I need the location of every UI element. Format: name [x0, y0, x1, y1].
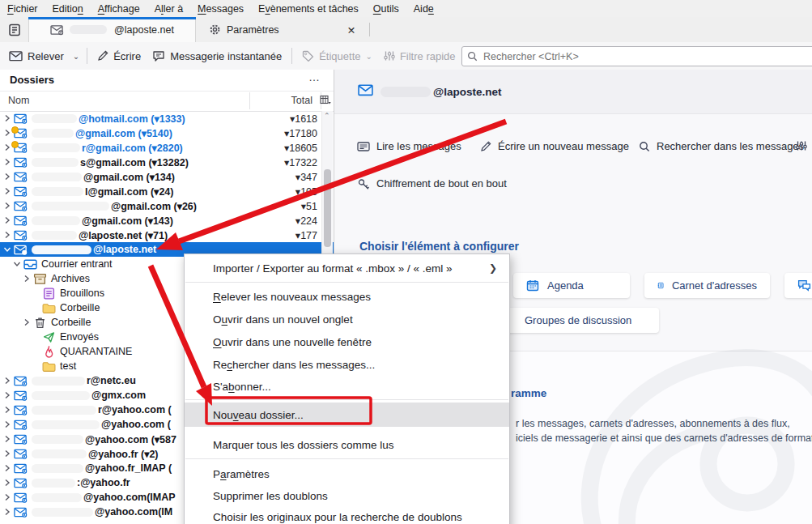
folder-label: Envoyés	[60, 331, 99, 343]
folder-row[interactable]: @gmail.com (▾134)▾347	[0, 169, 334, 184]
menu-item-mark-all-read[interactable]: Marquer tous les dossiers comme lus	[185, 433, 509, 456]
chevron-right-icon[interactable]	[2, 435, 11, 443]
menu-aide[interactable]: Aide	[406, 3, 441, 15]
tab-account-label: @laposte.net	[114, 24, 174, 36]
calendar-icon	[526, 279, 539, 292]
folder-row[interactable]: @gmail.com (▾5140)▾17180	[0, 126, 334, 140]
folder-pane-options-icon[interactable]: …	[308, 70, 321, 83]
menu-messages[interactable]: Messages	[190, 3, 251, 15]
chevron-right-icon[interactable]	[2, 173, 11, 181]
chevron-right-icon[interactable]	[2, 464, 11, 472]
chevron-right-icon[interactable]	[2, 129, 11, 137]
chevron-right-icon[interactable]	[2, 508, 11, 516]
folder-row[interactable]: @gmail.com (▾26)▾51	[0, 198, 334, 213]
chevron-right-icon[interactable]	[2, 377, 11, 385]
folder-total-count: ▾177	[295, 229, 317, 241]
menu-item-import-export[interactable]: Importer / Exporter au format « .mbox » …	[185, 257, 509, 279]
chevron-right-icon[interactable]	[22, 275, 31, 283]
folder-label: Corbeille	[51, 317, 91, 328]
chevron-down-icon[interactable]	[2, 245, 11, 253]
account-mail-icon	[50, 24, 64, 36]
folder-row[interactable]: l@gmail.com (▾24)▾105	[0, 184, 334, 198]
menu-outils[interactable]: Outils	[366, 3, 406, 15]
chevron-right-icon[interactable]	[2, 479, 11, 487]
chevron-right-icon[interactable]	[2, 158, 11, 166]
chevron-right-icon[interactable]	[22, 318, 31, 326]
chevron-right-icon[interactable]	[2, 216, 11, 224]
newsgroups-card[interactable]: Groupes de discussion	[499, 308, 659, 333]
folder-row[interactable]: @laposte.net (▾71)▾177	[0, 228, 334, 242]
tab-divider	[369, 23, 370, 36]
menu-evenements-taches[interactable]: Evènements et tâches	[251, 3, 366, 15]
folder-label: @laposte.net	[93, 244, 156, 255]
folder-label: @gmail.com (▾143)	[82, 215, 173, 227]
menu-fichier[interactable]: Fichier	[0, 3, 45, 15]
menu-item-subscribe[interactable]: S'abonner...	[185, 376, 509, 397]
folder-label: l@gmail.com (▾24)	[85, 185, 173, 198]
menu-item-search-messages[interactable]: Rechercher dans les messages...	[185, 353, 509, 376]
spaces-toolbar-icon[interactable]	[5, 20, 24, 40]
tab-account-laposte[interactable]: @laposte.net	[28, 17, 196, 42]
menu-item-open-new-tab[interactable]: Ouvrir dans un nouvel onglet	[185, 308, 509, 330]
agenda-card[interactable]: Agenda	[513, 273, 630, 298]
scroll-up-icon[interactable]: ⌃	[324, 112, 330, 120]
quick-filter-button[interactable]: Filtre rapide	[378, 45, 461, 66]
account-icon	[14, 200, 28, 212]
menu-aller-a[interactable]: Aller à	[147, 3, 190, 15]
mail-toolbar: Relever ⌄ Écrire Messagerie instantanée …	[0, 42, 812, 70]
folder-label: :@yahoo.fr	[77, 477, 130, 488]
column-picker-icon[interactable]	[320, 95, 331, 108]
chevron-right-icon[interactable]	[2, 187, 11, 195]
chevron-right-icon[interactable]	[2, 202, 11, 210]
get-messages-button[interactable]: Relever	[3, 45, 70, 66]
write-button[interactable]: Écrire	[91, 45, 147, 66]
folder-label: @yahoo.fr_IMAP (	[85, 462, 172, 474]
search-messages-link[interactable]: Rechercher dans les messages	[639, 140, 804, 152]
chevron-down-icon[interactable]	[12, 260, 21, 268]
chevron-right-icon[interactable]	[2, 420, 11, 428]
folder-label: Brouillons	[60, 288, 104, 299]
tag-button[interactable]: Étiquette⌄	[296, 45, 378, 66]
redacted-account-name	[70, 25, 107, 34]
menu-item-choose-originals[interactable]: Choisir les originaux pour la recherche …	[185, 506, 509, 524]
send-icon	[42, 331, 56, 343]
folder-row[interactable]: @gmail.com (▾143)▾224	[0, 213, 334, 228]
menu-item-settings[interactable]: Paramètres	[185, 462, 509, 485]
new-messages-dot	[11, 141, 19, 148]
menu-item-remove-duplicates[interactable]: Supprimer les doublons	[185, 485, 509, 506]
read-messages-link[interactable]: Lire les messages	[357, 140, 461, 152]
chevron-right-icon[interactable]	[2, 449, 11, 458]
global-search-box[interactable]	[461, 46, 812, 66]
chevron-right-icon[interactable]	[2, 143, 11, 151]
scrollbar-thumb[interactable]	[324, 169, 331, 247]
column-total[interactable]: Total	[291, 95, 312, 106]
column-name[interactable]: Nom	[8, 95, 29, 106]
folder-label: Archives	[51, 273, 90, 284]
menu-affichage[interactable]: Affichage	[91, 3, 147, 15]
address-book-card[interactable]: Carnet d'adresses	[644, 273, 770, 298]
chevron-right-icon[interactable]	[2, 231, 11, 239]
menu-edition[interactable]: Edition	[45, 3, 91, 15]
chevron-right-icon[interactable]	[2, 391, 11, 399]
search-input[interactable]	[482, 50, 812, 63]
message-filters-link[interactable]	[796, 140, 807, 151]
flame-icon	[42, 346, 56, 358]
instant-messaging-button[interactable]: Messagerie instantanée	[147, 45, 287, 66]
chat-card[interactable]	[784, 273, 812, 298]
write-new-message-link[interactable]: Écrire un nouveau message	[480, 140, 629, 152]
chevron-right-icon[interactable]	[2, 406, 11, 414]
folder-row[interactable]: s@gmail.com (▾13282)▾17322	[0, 155, 334, 169]
mail-envelope-icon	[358, 83, 373, 96]
chat-bubbles-icon	[797, 279, 811, 292]
folder-row[interactable]: @hotmail.com (▾1333)▾1618	[0, 111, 334, 126]
get-messages-dropdown[interactable]: ⌄	[70, 45, 83, 66]
menu-item-get-new-messages[interactable]: Relever les nouveaux messages	[185, 285, 509, 308]
folder-row[interactable]: r@gmail.com (▾2820)▾18605	[0, 140, 334, 155]
chevron-right-icon[interactable]	[2, 493, 11, 501]
tab-close-icon[interactable]: ✕	[344, 23, 359, 37]
account-icon	[14, 506, 28, 518]
chevron-right-icon[interactable]	[2, 114, 11, 122]
menu-item-open-new-window[interactable]: Ouvrir dans une nouvelle fenêtre	[185, 330, 509, 353]
menu-item-new-folder[interactable]: Nouveau dossier...	[185, 403, 509, 427]
end-to-end-encryption-link[interactable]: Chiffrement de bout en bout	[358, 177, 507, 190]
